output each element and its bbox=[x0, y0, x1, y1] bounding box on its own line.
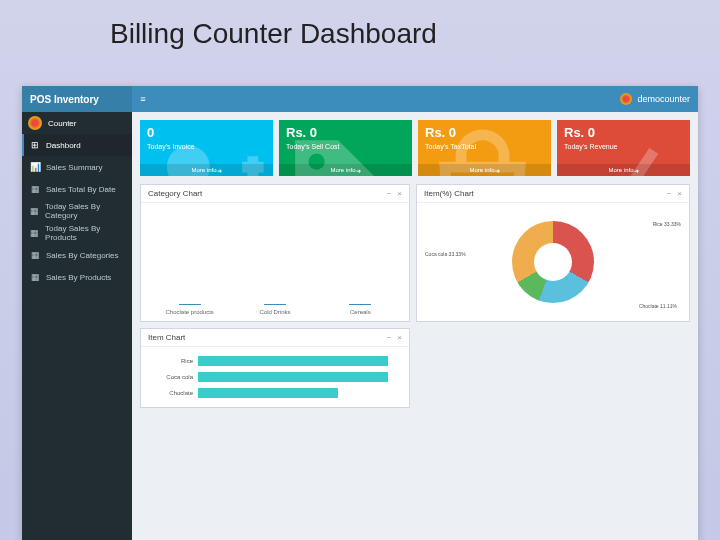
more-info-link[interactable]: More info ➜ bbox=[557, 164, 690, 176]
more-info-link[interactable]: More info ➜ bbox=[279, 164, 412, 176]
panel-title: Item(%) Chart bbox=[424, 189, 474, 198]
close-icon[interactable]: × bbox=[397, 189, 402, 198]
slide-title: Billing Counter Dashboard bbox=[0, 0, 720, 60]
brand: POS Inventory bbox=[22, 86, 132, 112]
counter-avatar bbox=[28, 116, 42, 130]
sidebar-item-sales-categories[interactable]: ▦ Sales By Categories bbox=[22, 244, 132, 266]
sidebar-item-label: Today Sales By Products bbox=[45, 224, 126, 242]
chart-icon: 📊 bbox=[30, 162, 40, 172]
sidebar-item-sales-by-date[interactable]: ▦ Sales Total By Date bbox=[22, 178, 132, 200]
hbar bbox=[198, 372, 388, 382]
panel-item-pct-chart: Item(%) Chart − × Coca cola 33.33% Rice … bbox=[416, 184, 690, 322]
sidebar-item-label: Sales Total By Date bbox=[46, 185, 116, 194]
calendar-icon: ▦ bbox=[30, 272, 40, 282]
item-chart-body: Rice Coca cola Choclate bbox=[141, 347, 409, 407]
minimize-icon[interactable]: − bbox=[387, 189, 392, 198]
hbar-label: Choclate bbox=[149, 390, 193, 396]
minimize-icon[interactable]: − bbox=[387, 333, 392, 342]
calendar-icon: ▦ bbox=[30, 184, 40, 194]
hbar bbox=[198, 388, 338, 398]
card-sellcost: Rs. 0 Today's Sell Cost More info ➜ bbox=[279, 120, 412, 176]
donut-chart bbox=[512, 221, 594, 303]
pie-label: Coca cola 33.33% bbox=[425, 251, 466, 257]
sidebar-item-label: Dashbord bbox=[46, 141, 81, 150]
bar-label: Choclate products bbox=[165, 309, 213, 315]
bar-label: Cold Drinks bbox=[259, 309, 290, 315]
bar-label: Cereals bbox=[350, 309, 371, 315]
sidebar-item-label: Sales By Products bbox=[46, 273, 111, 282]
dashboard-icon: ⊞ bbox=[30, 140, 40, 150]
pie-chart-body: Coca cola 33.33% Rice 33.33% Choclate 11… bbox=[417, 203, 689, 321]
sidebar-header: Counter bbox=[22, 112, 132, 134]
sidebar-item-dashboard[interactable]: ⊞ Dashbord bbox=[22, 134, 132, 156]
close-icon[interactable]: × bbox=[677, 189, 682, 198]
grid-icon: ▦ bbox=[30, 250, 40, 260]
more-info-link[interactable]: More info ➜ bbox=[140, 164, 273, 176]
hbar-label: Rice bbox=[149, 358, 193, 364]
pie-label: Choclate 11.11% bbox=[639, 303, 677, 309]
card-revenue: Rs. 0 Today's Revenue More info ➜ bbox=[557, 120, 690, 176]
card-tax: Rs. 0 Today's TaxTotal More info ➜ bbox=[418, 120, 551, 176]
user-avatar[interactable] bbox=[620, 93, 632, 105]
panel-title: Category Chart bbox=[148, 189, 202, 198]
pie-label: Rice 33.33% bbox=[653, 221, 681, 227]
more-info-link[interactable]: More info ➜ bbox=[418, 164, 551, 176]
sidebar-item-label: Sales By Categories bbox=[46, 251, 118, 260]
close-icon[interactable]: × bbox=[397, 333, 402, 342]
topbar: POS Inventory ≡ democounter bbox=[22, 86, 698, 112]
stat-cards: 0 Today's Invoice More info ➜ Rs. 0 Toda… bbox=[140, 120, 690, 176]
content-area: 0 Today's Invoice More info ➜ Rs. 0 Toda… bbox=[132, 112, 698, 540]
counter-label: Counter bbox=[48, 119, 76, 128]
user-name[interactable]: democounter bbox=[637, 94, 690, 104]
hbar-label: Coca cola bbox=[149, 374, 193, 380]
hamburger-icon[interactable]: ≡ bbox=[132, 94, 154, 104]
card-invoice: 0 Today's Invoice More info ➜ bbox=[140, 120, 273, 176]
category-chart-body: Choclate products Cold Drinks Cereals bbox=[141, 203, 409, 321]
app-window: POS Inventory ≡ democounter Counter ⊞ Da… bbox=[22, 86, 698, 540]
sidebar: Counter ⊞ Dashbord 📊 Sales Summary ▦ Sal… bbox=[22, 112, 132, 540]
sidebar-item-sales-summary[interactable]: 📊 Sales Summary bbox=[22, 156, 132, 178]
grid-icon: ▦ bbox=[30, 206, 39, 216]
panel-item-chart: Item Chart − × Rice Coca cola Choclate bbox=[140, 328, 410, 408]
sidebar-item-today-products[interactable]: ▦ Today Sales By Products bbox=[22, 222, 132, 244]
panel-category-chart: Category Chart − × Choclate products Col… bbox=[140, 184, 410, 322]
sidebar-item-today-category[interactable]: ▦ Today Sales By Category bbox=[22, 200, 132, 222]
hbar bbox=[198, 356, 388, 366]
sidebar-item-label: Today Sales By Category bbox=[45, 202, 126, 220]
sidebar-item-label: Sales Summary bbox=[46, 163, 102, 172]
sidebar-item-sales-products[interactable]: ▦ Sales By Products bbox=[22, 266, 132, 288]
panel-title: Item Chart bbox=[148, 333, 185, 342]
grid-icon: ▦ bbox=[30, 228, 39, 238]
minimize-icon[interactable]: − bbox=[667, 189, 672, 198]
